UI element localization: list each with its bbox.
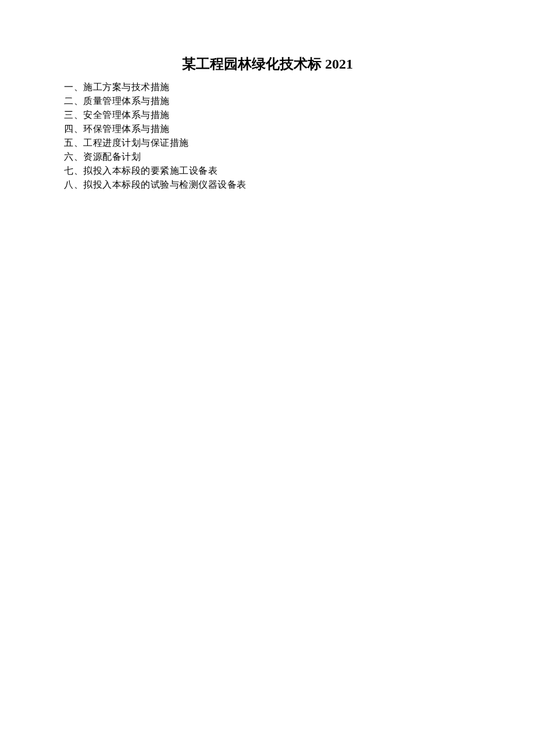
toc-item: 六、资源配备计划 bbox=[64, 150, 535, 164]
table-of-contents: 一、施工方案与技术措施 二、质量管理体系与措施 三、安全管理体系与措施 四、环保… bbox=[0, 80, 535, 192]
toc-item: 七、拟投入本标段的要紧施工设备表 bbox=[64, 164, 535, 178]
toc-item: 四、环保管理体系与措施 bbox=[64, 122, 535, 136]
toc-item: 三、安全管理体系与措施 bbox=[64, 108, 535, 122]
toc-item: 八、拟投入本标段的试验与检测仪器设备表 bbox=[64, 178, 535, 192]
document-title: 某工程园林绿化技术标 2021 bbox=[0, 55, 535, 73]
toc-item: 一、施工方案与技术措施 bbox=[64, 80, 535, 94]
toc-item: 二、质量管理体系与措施 bbox=[64, 94, 535, 108]
toc-item: 五、工程进度计划与保证措施 bbox=[64, 136, 535, 150]
